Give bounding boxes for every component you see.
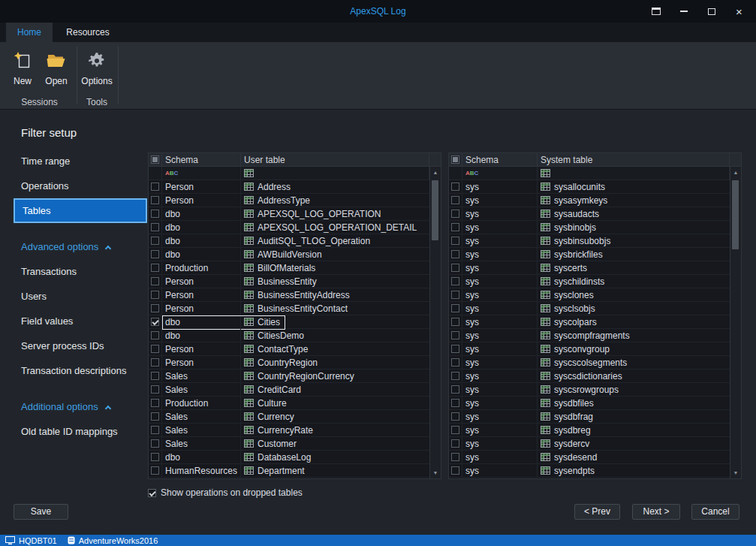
- table-cell[interactable]: DatabaseLog: [241, 451, 429, 463]
- schema-cell[interactable]: sys: [462, 275, 538, 288]
- schema-cell[interactable]: sys: [462, 315, 538, 328]
- table-row[interactable]: syssysasymkeys: [449, 194, 730, 207]
- schema-cell[interactable]: sys: [462, 464, 538, 477]
- schema-cell[interactable]: sys: [462, 370, 538, 382]
- schema-cell[interactable]: sys: [462, 356, 538, 369]
- schema-cell[interactable]: sys: [462, 397, 538, 409]
- row-checkbox[interactable]: [451, 183, 459, 191]
- table-row[interactable]: syssyscerts: [449, 261, 730, 275]
- table-row[interactable]: syssysdbfrag: [449, 410, 730, 424]
- table-cell[interactable]: Department: [241, 464, 429, 477]
- schema-cell[interactable]: Person: [162, 180, 241, 193]
- table-row[interactable]: PersonAddress: [149, 180, 429, 194]
- table-row[interactable]: syssyscompfragments: [449, 329, 730, 342]
- schema-cell[interactable]: Person: [162, 275, 241, 288]
- schema-cell[interactable]: dbo: [162, 315, 241, 328]
- table-cell[interactable]: APEXSQL_LOG_OPERATION: [241, 207, 429, 220]
- row-checkbox[interactable]: [451, 372, 459, 380]
- table-cell[interactable]: BusinessEntityContact: [241, 302, 429, 315]
- cancel-button[interactable]: Cancel: [691, 504, 739, 520]
- scroll-up-arrow[interactable]: ▲: [430, 167, 441, 178]
- row-checkbox[interactable]: [151, 250, 159, 258]
- table-cell[interactable]: CurrencyRate: [241, 424, 429, 436]
- table-cell[interactable]: sysconvgroup: [538, 342, 730, 355]
- row-checkbox-cell[interactable]: [449, 194, 462, 207]
- schema-cell[interactable]: sys: [462, 342, 538, 355]
- sidebar-item-field-values[interactable]: Field values: [14, 309, 147, 333]
- sidebar-item-server-process-ids[interactable]: Server process IDs: [14, 333, 147, 358]
- table-cell[interactable]: BusinessEntity: [241, 275, 429, 288]
- table-row[interactable]: ProductionCulture: [149, 397, 429, 410]
- row-checkbox-cell[interactable]: [149, 180, 162, 193]
- table-cell[interactable]: syscscolsegments: [538, 356, 730, 369]
- table-cell[interactable]: sysdercv: [538, 437, 730, 450]
- row-checkbox[interactable]: [451, 237, 459, 245]
- table-row[interactable]: PersonCountryRegion: [149, 356, 429, 370]
- schema-cell[interactable]: Production: [162, 397, 241, 409]
- select-all-checkbox[interactable]: [151, 155, 159, 164]
- row-checkbox[interactable]: [151, 210, 159, 218]
- schema-cell[interactable]: sys: [462, 329, 538, 342]
- filter-row[interactable]: ABC: [449, 167, 730, 180]
- table-row[interactable]: dboAPEXSQL_LOG_OPERATION: [149, 207, 429, 221]
- prev-button[interactable]: < Prev: [574, 504, 620, 520]
- table-cell[interactable]: syscerts: [538, 261, 730, 274]
- table-row[interactable]: ProductionBillOfMaterials: [149, 261, 429, 275]
- schema-cell[interactable]: Person: [162, 288, 241, 301]
- table-row[interactable]: syssyscsdictionaries: [449, 370, 730, 383]
- schema-cell[interactable]: sys: [462, 207, 538, 220]
- row-checkbox[interactable]: [451, 304, 459, 312]
- schema-cell[interactable]: sys: [462, 248, 538, 261]
- table-row[interactable]: dboAWBuildVersion: [149, 248, 429, 261]
- table-row[interactable]: SalesCreditCard: [149, 383, 429, 397]
- row-checkbox-cell[interactable]: [149, 410, 162, 423]
- row-checkbox[interactable]: [451, 223, 459, 231]
- row-checkbox[interactable]: [451, 345, 459, 353]
- table-filter-cell[interactable]: [241, 167, 429, 179]
- table-cell[interactable]: sysclsobjs: [538, 302, 730, 315]
- table-cell[interactable]: BusinessEntityAddress: [241, 288, 429, 301]
- table-row[interactable]: SalesCountryRegionCurrency: [149, 370, 429, 383]
- table-row[interactable]: PersonAddressType: [149, 194, 429, 207]
- row-checkbox[interactable]: [151, 345, 159, 353]
- row-checkbox-cell[interactable]: [449, 437, 462, 450]
- table-row[interactable]: syssysclsobjs: [449, 302, 730, 315]
- new-session-button[interactable]: New: [5, 48, 40, 93]
- options-button[interactable]: Options: [80, 48, 114, 93]
- row-checkbox[interactable]: [151, 331, 159, 339]
- table-row[interactable]: syssysaudacts: [449, 207, 730, 221]
- maximize-button[interactable]: [697, 0, 725, 23]
- table-cell[interactable]: sysdbfrag: [538, 410, 730, 423]
- row-checkbox[interactable]: [151, 358, 159, 367]
- row-checkbox-cell[interactable]: [449, 288, 462, 301]
- row-checkbox[interactable]: [451, 318, 459, 326]
- schema-cell[interactable]: sys: [462, 288, 538, 301]
- sidebar-item-old-table-id-mappings[interactable]: Old table ID mappings: [14, 419, 147, 444]
- table-row[interactable]: dboDatabaseLog: [149, 451, 429, 464]
- scrollbar-thumb[interactable]: [732, 180, 739, 249]
- table-row[interactable]: dboCitiesDemo: [149, 329, 429, 342]
- schema-cell[interactable]: Sales: [162, 410, 241, 423]
- sidebar-item-operations[interactable]: Operations: [14, 173, 147, 198]
- table-row[interactable]: dboAPEXSQL_LOG_OPERATION_DETAIL: [149, 221, 429, 234]
- row-checkbox-cell[interactable]: [449, 370, 462, 382]
- row-checkbox[interactable]: [151, 318, 159, 326]
- schema-cell[interactable]: Production: [162, 261, 241, 274]
- row-checkbox-cell[interactable]: [449, 451, 462, 463]
- schema-cell[interactable]: dbo: [162, 221, 241, 234]
- row-checkbox[interactable]: [451, 399, 459, 407]
- table-cell[interactable]: ContactType: [241, 342, 429, 355]
- table-cell[interactable]: syscolpars: [538, 315, 730, 328]
- table-cell[interactable]: AWBuildVersion: [241, 248, 429, 261]
- row-checkbox[interactable]: [151, 291, 159, 299]
- tab-home[interactable]: Home: [6, 23, 53, 42]
- table-row[interactable]: syssysdbfiles: [449, 397, 730, 410]
- schema-cell[interactable]: Sales: [162, 424, 241, 436]
- row-checkbox[interactable]: [451, 358, 459, 367]
- row-checkbox-cell[interactable]: [149, 207, 162, 220]
- next-button[interactable]: Next >: [632, 504, 680, 520]
- row-checkbox[interactable]: [151, 277, 159, 285]
- row-checkbox-cell[interactable]: [449, 424, 462, 436]
- table-cell[interactable]: CitiesDemo: [241, 329, 429, 342]
- table-row[interactable]: PersonBusinessEntityContact: [149, 302, 429, 315]
